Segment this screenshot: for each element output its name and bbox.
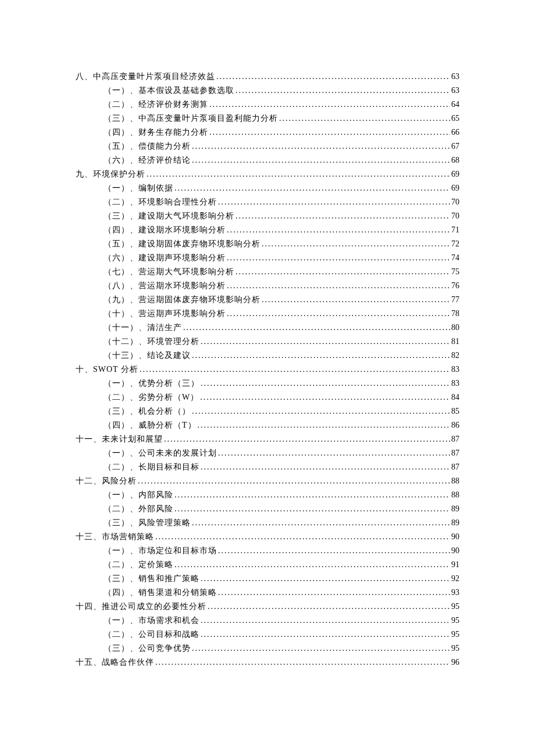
toc-entry-label: （四）、建设期水环境影响分析	[104, 223, 226, 237]
toc-leader-dots	[262, 293, 450, 307]
toc-entry-label: 十、SWOT 分析	[76, 363, 138, 377]
toc-entry: （三）、销售和推广策略92	[76, 572, 459, 586]
toc-leader-dots	[201, 335, 450, 349]
toc-entry-label: 十五、战略合作伙伴	[76, 655, 154, 669]
toc-entry-label: 八、中高压变量叶片泵项目经济效益	[76, 70, 215, 84]
toc-entry: （七）、营运期大气环境影响分析75	[76, 265, 459, 279]
toc-entry-page: 65	[451, 112, 459, 126]
toc-leader-dots	[209, 98, 450, 112]
toc-entry-page: 75	[451, 265, 459, 279]
toc-leader-dots	[201, 628, 450, 642]
toc-entry-label: （二）、公司目标和战略	[104, 628, 199, 642]
toc-leader-dots	[174, 181, 450, 195]
toc-entry: 十三、市场营销策略90	[76, 530, 459, 544]
toc-entry-label: （五）、偿债能力分析	[104, 139, 191, 153]
toc-leader-dots	[164, 432, 450, 446]
toc-entry-page: 89	[451, 502, 459, 516]
toc-entry-page: 81	[451, 335, 459, 349]
toc-entry-page: 69	[451, 181, 459, 195]
toc-entry: （一）、内部风险88	[76, 488, 459, 502]
toc-entry-page: 88	[451, 488, 459, 502]
toc-leader-dots	[155, 655, 450, 669]
toc-entry-page: 70	[451, 195, 459, 209]
toc-leader-dots	[192, 404, 450, 418]
toc-leader-dots	[174, 558, 450, 572]
toc-leader-dots	[236, 265, 450, 279]
toc-entry: （三）、风险管理策略89	[76, 516, 459, 530]
toc-entry-page: 92	[451, 572, 459, 586]
toc-entry-label: （三）、中高压变量叶片泵项目盈利能力分析	[104, 112, 278, 126]
toc-leader-dots	[155, 530, 450, 544]
toc-entry-page: 90	[451, 530, 459, 544]
toc-entry: （二）、经济评价财务测算64	[76, 98, 459, 112]
toc-entry: （十一）、清洁生产80	[76, 321, 459, 335]
toc-leader-dots	[218, 195, 450, 209]
toc-entry-label: （一）、公司未来的发展计划	[104, 446, 217, 460]
toc-entry: （一）、编制依据69	[76, 181, 459, 195]
toc-leader-dots	[227, 251, 450, 265]
toc-entry-page: 68	[451, 153, 459, 167]
toc-leader-dots	[209, 126, 450, 139]
toc-entry-label: （七）、营运期大气环境影响分析	[104, 265, 234, 279]
toc-entry-page: 87	[451, 460, 459, 474]
toc-leader-dots	[198, 418, 450, 432]
toc-entry-label: （四）、威胁分析（T）	[104, 418, 197, 432]
toc-entry: 十五、战略合作伙伴96	[76, 655, 459, 669]
toc-leader-dots	[192, 349, 450, 363]
toc-entry-label: （五）、建设期固体废弃物环境影响分析	[104, 237, 261, 251]
toc-entry-label: （三）、建设期大气环境影响分析	[104, 209, 234, 223]
toc-entry-page: 67	[451, 139, 459, 153]
toc-entry: （六）、经济评价结论68	[76, 153, 459, 167]
toc-entry-page: 95	[451, 628, 459, 642]
toc-entry-page: 87	[451, 432, 459, 446]
toc-leader-dots	[201, 460, 450, 474]
toc-entry-label: （二）、长期目标和目标	[104, 460, 199, 474]
toc-entry-label: （四）、财务生存能力分析	[104, 126, 208, 139]
toc-entry-page: 83	[451, 363, 459, 377]
toc-leader-dots	[201, 614, 450, 628]
toc-entry: （二）、长期目标和目标87	[76, 460, 459, 474]
toc-entry-page: 83	[451, 377, 459, 390]
toc-entry-page: 84	[451, 390, 459, 404]
toc-entry: 九、环境保护分析69	[76, 167, 459, 181]
toc-entry: 十四、推进公司成立的必要性分析95	[76, 600, 459, 614]
toc-entry: （二）、劣势分析（W）84	[76, 390, 459, 404]
toc-entry: （十二）、环境管理分析81	[76, 335, 459, 349]
toc-entry-page: 69	[451, 167, 459, 181]
toc-entry-label: （六）、建设期声环境影响分析	[104, 251, 226, 265]
toc-entry-label: 九、环境保护分析	[76, 167, 145, 181]
toc-leader-dots	[279, 112, 450, 126]
toc-entry: （九）、营运期固体废弃物环境影响分析77	[76, 293, 459, 307]
toc-entry-page: 95	[451, 614, 459, 628]
toc-entry-label: （十三）、结论及建议	[104, 349, 191, 363]
toc-entry-page: 63	[451, 84, 459, 98]
toc-leader-dots	[201, 572, 450, 586]
toc-entry: （三）、建设期大气环境影响分析70	[76, 209, 459, 223]
toc-entry-label: （十一）、清洁生产	[104, 321, 182, 335]
toc-leader-dots	[192, 139, 450, 153]
toc-entry: （六）、建设期声环境影响分析74	[76, 251, 459, 265]
toc-list: 八、中高压变量叶片泵项目经济效益63（一）、基本假设及基础参数选取63（二）、经…	[76, 70, 459, 669]
toc-leader-dots	[218, 544, 450, 558]
toc-entry-label: 十四、推进公司成立的必要性分析	[76, 600, 206, 614]
toc-entry-page: 95	[451, 642, 459, 655]
toc-entry-page: 77	[451, 293, 459, 307]
toc-entry-page: 78	[451, 307, 459, 321]
toc-entry: （四）、建设期水环境影响分析71	[76, 223, 459, 237]
toc-entry: （二）、环境影响合理性分析70	[76, 195, 459, 209]
toc-entry-label: 十一、未来计划和展望	[76, 432, 163, 446]
toc-entry-page: 96	[451, 655, 459, 669]
toc-leader-dots	[227, 223, 450, 237]
toc-entry-label: （二）、定价策略	[104, 558, 173, 572]
toc-entry-label: （十二）、环境管理分析	[104, 335, 199, 349]
toc-entry-page: 88	[451, 474, 459, 488]
toc-entry: （三）、中高压变量叶片泵项目盈利能力分析65	[76, 112, 459, 126]
toc-entry: （二）、定价策略91	[76, 558, 459, 572]
toc-entry-label: （三）、机会分析（）	[104, 404, 191, 418]
toc-entry-label: （一）、内部风险	[104, 488, 173, 502]
toc-entry-page: 87	[451, 446, 459, 460]
toc-leader-dots	[262, 237, 450, 251]
toc-entry: （一）、公司未来的发展计划87	[76, 446, 459, 460]
toc-entry: （三）、公司竞争优势95	[76, 642, 459, 655]
toc-entry: （一）、市场定位和目标市场90	[76, 544, 459, 558]
